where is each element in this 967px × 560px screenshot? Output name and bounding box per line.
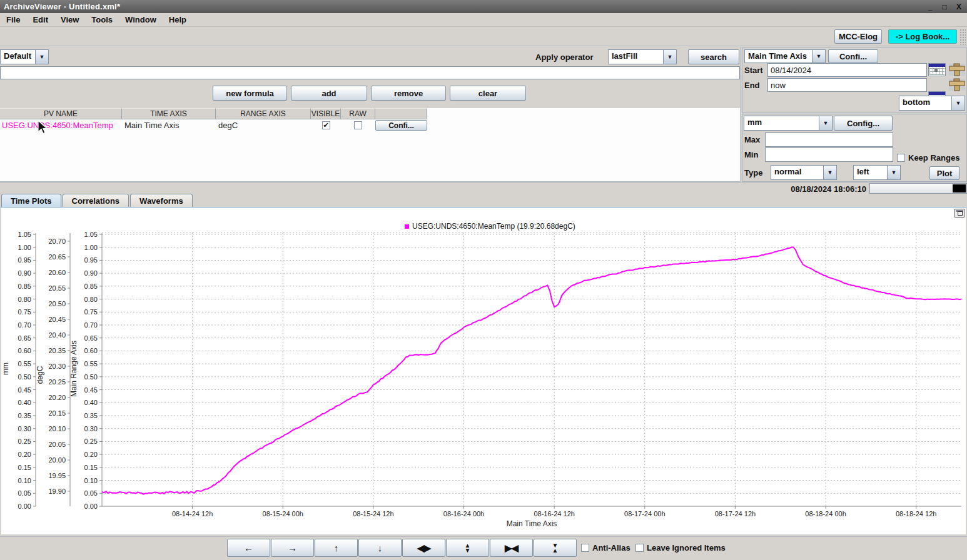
- expand-y-button[interactable]: ▲▼: [446, 539, 489, 557]
- table-row[interactable]: USEG:UNDS:4650:MeanTemp Main Time Axis d…: [0, 119, 740, 131]
- end-date-field[interactable]: [767, 78, 927, 92]
- start-time-tool-icon[interactable]: [948, 63, 966, 79]
- menu-tools[interactable]: Tools: [85, 14, 119, 26]
- range-axis-combobox[interactable]: mm ▼: [744, 116, 833, 131]
- max-field[interactable]: [765, 132, 893, 147]
- min-label: Min: [744, 150, 758, 159]
- add-button[interactable]: add: [291, 86, 367, 101]
- tab-correlations[interactable]: Correlations: [63, 194, 129, 207]
- pan-down-button[interactable]: ↓: [358, 539, 402, 557]
- col-raw[interactable]: RAW: [341, 108, 375, 119]
- compress-vertical-icon: ▼▲: [552, 543, 559, 553]
- min-field[interactable]: [765, 148, 893, 162]
- operator-combobox[interactable]: lastFill ▼: [608, 49, 677, 64]
- chevron-down-icon[interactable]: ▼: [663, 50, 676, 64]
- svg-text:0.85: 0.85: [84, 282, 98, 290]
- plot-button[interactable]: Plot: [929, 166, 959, 180]
- time-axis-combobox[interactable]: Main Time Axis ▼: [744, 49, 826, 63]
- menu-view[interactable]: View: [54, 14, 85, 26]
- close-button[interactable]: X: [954, 2, 963, 11]
- svg-text:0.50: 0.50: [18, 373, 31, 381]
- chevron-down-icon[interactable]: ▼: [35, 50, 48, 64]
- chevron-down-icon[interactable]: ▼: [823, 166, 836, 179]
- svg-text:20.60: 20.60: [48, 269, 66, 276]
- chevron-down-icon[interactable]: ▼: [812, 50, 825, 62]
- tab-time-plots[interactable]: Time Plots: [1, 194, 61, 207]
- arrow-down-icon: ↓: [378, 542, 383, 553]
- compress-y-button[interactable]: ▼▲: [534, 539, 577, 557]
- col-pv-name[interactable]: PV NAME: [0, 108, 122, 119]
- axis-side-combobox[interactable]: left ▼: [853, 165, 901, 180]
- tab-waveforms[interactable]: Waveforms: [130, 194, 193, 207]
- start-calendar-icon[interactable]: [928, 63, 946, 76]
- svg-text:0.20: 0.20: [18, 451, 31, 458]
- chevron-down-icon[interactable]: ▼: [951, 96, 964, 110]
- toolbar-grip[interactable]: [959, 29, 966, 45]
- mcc-elog-button[interactable]: MCC-Elog: [834, 29, 882, 44]
- col-range-axis[interactable]: RANGE AXIS: [216, 108, 311, 119]
- svg-text:degC: degC: [36, 366, 44, 384]
- svg-text:0.60: 0.60: [18, 347, 31, 354]
- axis-position-combobox[interactable]: bottom ▼: [899, 96, 965, 111]
- menu-help[interactable]: Help: [163, 14, 193, 26]
- svg-text:20.70: 20.70: [48, 238, 66, 245]
- menu-window[interactable]: Window: [119, 14, 163, 26]
- preset-value: Default: [1, 50, 35, 64]
- svg-text:0.20: 0.20: [84, 451, 98, 458]
- chevron-down-icon[interactable]: ▼: [819, 116, 832, 130]
- keep-ranges-checkbox[interactable]: [897, 154, 905, 162]
- svg-text:20.05: 20.05: [48, 441, 66, 448]
- window-title: ArchiveViewer - Untitled.xml*: [0, 2, 120, 11]
- start-date-field[interactable]: [767, 63, 927, 77]
- bottom-toolbar: ← → ↑ ↓ ◀▶ ▲▼ ▶◀ ▼▲ Anti-Alias Leave Ign…: [0, 536, 967, 560]
- menu-file[interactable]: File: [0, 14, 26, 26]
- pan-left-button[interactable]: ←: [227, 539, 270, 557]
- clear-button[interactable]: clear: [450, 86, 526, 101]
- remove-button[interactable]: remove: [371, 86, 446, 101]
- maximize-button[interactable]: □: [940, 2, 949, 11]
- minimize-button[interactable]: _: [926, 2, 934, 11]
- chevron-down-icon[interactable]: ▼: [887, 166, 900, 179]
- top-toolbar: MCC-Elog -> Log Book...: [0, 27, 967, 46]
- formula-input[interactable]: [0, 66, 740, 79]
- pan-right-button[interactable]: →: [271, 539, 314, 557]
- expand-horizontal-icon: ◀▶: [417, 542, 430, 554]
- svg-text:0.05: 0.05: [84, 489, 98, 497]
- pv-table-header: PV NAME TIME AXIS RANGE AXIS VISIBLE RAW: [0, 108, 427, 119]
- col-config[interactable]: [375, 108, 427, 119]
- svg-text:0.85: 0.85: [18, 282, 31, 290]
- search-button[interactable]: search: [688, 49, 739, 64]
- svg-text:0.90: 0.90: [84, 269, 98, 277]
- expand-x-button[interactable]: ◀▶: [402, 539, 445, 557]
- svg-text:0.35: 0.35: [84, 412, 98, 419]
- raw-checkbox[interactable]: [354, 121, 362, 129]
- visible-checkbox[interactable]: ✔: [322, 121, 330, 129]
- col-time-axis[interactable]: TIME AXIS: [122, 108, 216, 119]
- range-axis-config-button[interactable]: Config...: [834, 116, 893, 131]
- time-axis-config-button[interactable]: Confi...: [828, 49, 878, 63]
- plot-progress-bar: [869, 183, 967, 194]
- preset-combobox[interactable]: Default ▼: [0, 49, 49, 64]
- leave-ignored-checkbox[interactable]: [635, 544, 644, 552]
- pv-config-button[interactable]: Confi...: [375, 120, 427, 131]
- col-visible[interactable]: VISIBLE: [311, 108, 341, 119]
- compress-horizontal-icon: ▶◀: [505, 542, 518, 554]
- arrow-up-icon: ↑: [334, 542, 339, 553]
- type-combobox[interactable]: normal ▼: [771, 165, 837, 180]
- svg-text:20.25: 20.25: [48, 378, 66, 386]
- compress-x-button[interactable]: ▶◀: [490, 539, 533, 557]
- end-time-tool-icon[interactable]: [948, 78, 966, 94]
- type-label: Type: [744, 168, 762, 178]
- svg-text:20.55: 20.55: [48, 284, 66, 292]
- anti-alias-checkbox[interactable]: [581, 544, 589, 552]
- new-formula-button[interactable]: new formula: [213, 86, 287, 101]
- start-label: Start: [744, 66, 763, 75]
- pan-up-button[interactable]: ↑: [315, 539, 358, 557]
- svg-text:20.30: 20.30: [48, 362, 66, 370]
- menu-edit[interactable]: Edit: [26, 14, 54, 26]
- svg-text:20.00: 20.00: [48, 456, 66, 464]
- time-plot-chart[interactable]: 0.000.050.100.150.200.250.300.350.400.45…: [0, 207, 967, 536]
- svg-text:0.70: 0.70: [18, 321, 31, 329]
- log-book-button[interactable]: -> Log Book...: [888, 29, 957, 44]
- leave-ignored-label: Leave Ignored Items: [647, 543, 726, 552]
